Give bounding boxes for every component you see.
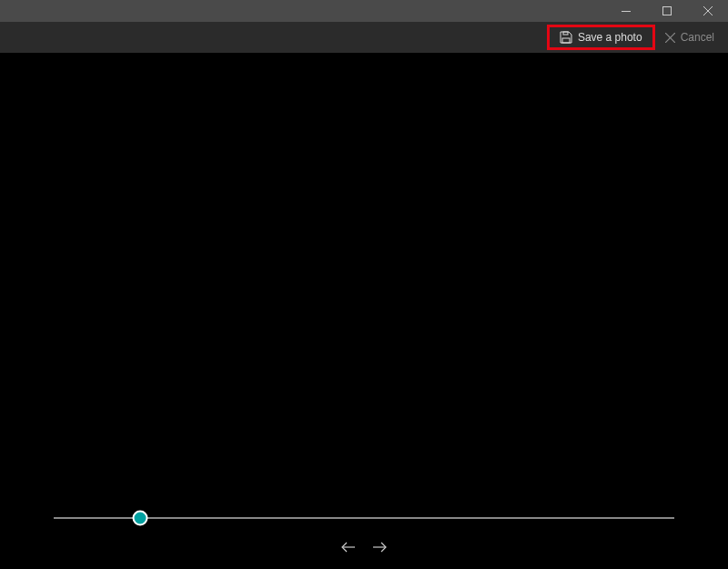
minimize-button[interactable] bbox=[605, 0, 646, 22]
save-icon bbox=[560, 31, 572, 44]
cancel-icon bbox=[665, 33, 675, 43]
close-icon bbox=[703, 6, 713, 15]
next-frame-button[interactable] bbox=[372, 542, 387, 553]
maximize-button[interactable] bbox=[646, 0, 687, 22]
minimize-icon bbox=[622, 11, 631, 12]
titlebar bbox=[0, 0, 728, 22]
save-photo-button[interactable]: Save a photo bbox=[547, 25, 655, 50]
maximize-icon bbox=[662, 6, 672, 15]
arrow-right-icon bbox=[372, 542, 387, 553]
arrow-left-icon bbox=[341, 542, 356, 553]
toolbar: Save a photo Cancel bbox=[0, 22, 728, 53]
save-label: Save a photo bbox=[578, 31, 642, 44]
svg-rect-0 bbox=[622, 11, 631, 12]
prev-frame-button[interactable] bbox=[341, 542, 356, 553]
cancel-button[interactable]: Cancel bbox=[655, 25, 724, 50]
svg-rect-1 bbox=[662, 7, 671, 15]
close-button[interactable] bbox=[687, 0, 728, 22]
slider-thumb[interactable] bbox=[133, 511, 148, 526]
svg-rect-5 bbox=[563, 32, 568, 35]
cancel-label: Cancel bbox=[681, 31, 714, 44]
svg-rect-4 bbox=[562, 38, 570, 43]
video-canvas bbox=[0, 53, 728, 505]
timeline-slider[interactable] bbox=[54, 509, 674, 527]
bottom-controls bbox=[0, 505, 728, 569]
frame-nav bbox=[341, 542, 387, 553]
